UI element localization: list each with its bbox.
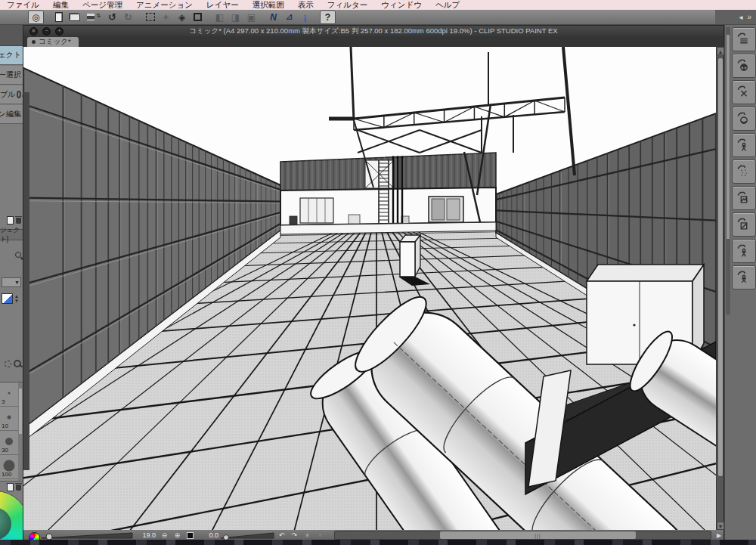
menu-item[interactable]: ファイル (0, 0, 46, 10)
menu-item[interactable]: ページ管理 (76, 0, 129, 10)
folder-figure-button[interactable] (732, 133, 756, 157)
folder-grid-icon (737, 33, 751, 46)
dashed-selection-icon[interactable] (5, 361, 11, 367)
move-layer-icon (163, 11, 169, 23)
copy-subtool-icon[interactable] (7, 216, 14, 225)
status-bar: 19.0 ⊖ ⊕ 0.0 ↶ ↷ ∗ ▫ ||| ▶ (23, 530, 723, 540)
new-file-button[interactable] (51, 11, 66, 23)
redo-button[interactable] (121, 11, 135, 23)
move-layer-button[interactable] (159, 11, 173, 23)
help-icon (325, 12, 330, 23)
menu-bar: ファイル編集ページ管理アニメーションレイヤー選択範囲表示フィルターウィンドウヘル… (0, 0, 756, 10)
folder-scatter-icon (737, 165, 751, 178)
property-dropdown[interactable]: ▼ (2, 277, 21, 287)
menu-item[interactable]: アニメーション (129, 0, 200, 10)
flip-vertical-button[interactable] (228, 11, 243, 23)
folder-edit-icon (737, 218, 751, 231)
fill-object-button[interactable] (175, 11, 189, 23)
delete-subtool-icon[interactable] (16, 218, 21, 224)
subtool-item[interactable]: 一選択 (0, 66, 23, 85)
color-swatch[interactable] (2, 293, 13, 304)
wall-edge-shadow (23, 92, 29, 470)
menu-item[interactable]: ウィンドウ (374, 0, 429, 10)
brush-size-item[interactable]: 100 (0, 455, 18, 479)
brush-size-footer (0, 483, 23, 491)
canvas-viewport[interactable] (23, 47, 716, 530)
menu-item[interactable]: ヘルプ (429, 0, 466, 10)
fit-to-screen-icon[interactable] (184, 531, 196, 540)
folder-globe-button[interactable] (732, 54, 756, 78)
transform-icon (194, 13, 202, 21)
folder-figure-3-button[interactable] (732, 265, 756, 290)
flip-horizontal-icon (215, 12, 224, 23)
rotate-ccw-icon[interactable]: ↶ (276, 531, 287, 540)
help-button[interactable] (320, 11, 336, 24)
horizontal-scrollbar[interactable]: ||| (334, 531, 711, 540)
brush-size-item[interactable]: 30 (0, 431, 18, 455)
frame-button[interactable] (244, 11, 259, 23)
scroll-down-icon[interactable]: ▼ (717, 522, 724, 530)
redo-icon (124, 11, 132, 23)
menu-item[interactable]: 編集 (46, 0, 76, 10)
material-scrollbar[interactable] (726, 27, 730, 314)
folder-close-button[interactable] (732, 80, 756, 104)
transform-button[interactable] (191, 11, 205, 23)
zoom-in-icon[interactable]: ⊕ (172, 531, 183, 540)
select-area-button[interactable] (143, 11, 157, 23)
folder-sphere-button[interactable] (732, 107, 756, 131)
document-tab[interactable]: コミック* (27, 37, 79, 47)
snap-special-ruler-button[interactable] (282, 11, 296, 23)
vertical-scrollbar[interactable]: ▲ ▼ (716, 47, 723, 530)
subtool-palette-header (0, 25, 23, 46)
rotate-cw-icon[interactable]: ↷ (289, 531, 300, 540)
scroll-up-icon[interactable]: ▲ (717, 47, 724, 55)
folder-edit-button[interactable] (732, 212, 756, 237)
modified-dot-icon (32, 40, 36, 44)
menu-item[interactable]: フィルター (321, 0, 374, 10)
wrench-icon (17, 91, 21, 98)
snap-guide-button[interactable] (298, 11, 312, 23)
vertical-scroll-thumb[interactable] (717, 57, 723, 477)
folder-icon[interactable] (16, 485, 21, 491)
clipboard-icon[interactable] (7, 483, 14, 491)
subtool-item[interactable]: ン編集 (0, 105, 23, 124)
folder-picture-button[interactable] (732, 186, 756, 210)
undo-button[interactable] (105, 11, 119, 23)
save-button[interactable] (83, 11, 98, 23)
dock-expand-icon[interactable]: » (747, 13, 751, 21)
menu-item[interactable]: レイヤー (200, 0, 246, 10)
zoom-slider[interactable] (42, 531, 134, 540)
property-swatch-row[interactable]: ▲▼ (2, 293, 21, 305)
window-title-bar[interactable]: ✕ − + コミック* (A4 297.00 x 210.00mm 製本サイズ:… (23, 26, 723, 36)
stepper-icons[interactable]: ▲▼ (14, 294, 19, 303)
subtool-item[interactable]: ェクト (0, 46, 23, 65)
folder-figure-2-button[interactable] (732, 239, 756, 263)
frame-icon (247, 12, 256, 23)
folder-picture-icon (737, 191, 751, 205)
snap-guide-icon (304, 12, 307, 23)
snap-ruler-button[interactable] (266, 11, 280, 23)
open-file-icon (70, 14, 80, 21)
subtool-item[interactable]: ブル (0, 85, 23, 104)
folder-scatter-button[interactable] (732, 159, 756, 184)
menu-item[interactable]: 選択範囲 (246, 0, 291, 10)
brush-size-item[interactable]: 3 (0, 382, 18, 407)
command-bar (0, 10, 715, 25)
scroll-right-icon[interactable]: ▶ (714, 531, 723, 540)
reset-view-icon[interactable]: ∗ (302, 531, 313, 540)
clip-studio-button[interactable] (28, 11, 44, 24)
open-file-button[interactable] (67, 11, 82, 23)
tool-property-title: ジェクト] (0, 229, 23, 240)
magnifier-icon[interactable] (15, 252, 21, 258)
dock-collapse-icon[interactable]: ◂ (739, 13, 742, 21)
horizontal-scroll-thumb[interactable]: ||| (440, 531, 635, 539)
wrench-icon[interactable] (14, 360, 21, 367)
folder-grid-button[interactable] (732, 27, 756, 51)
zoom-out-icon[interactable]: ⊖ (159, 531, 170, 540)
brush-size-item[interactable]: 10 (0, 407, 18, 431)
flip-view-icon[interactable]: ▫ (314, 531, 326, 540)
flip-horizontal-button[interactable] (212, 11, 227, 23)
menu-item[interactable]: 表示 (291, 0, 321, 10)
rotation-slider[interactable] (221, 531, 275, 540)
color-wheel[interactable] (0, 491, 23, 540)
